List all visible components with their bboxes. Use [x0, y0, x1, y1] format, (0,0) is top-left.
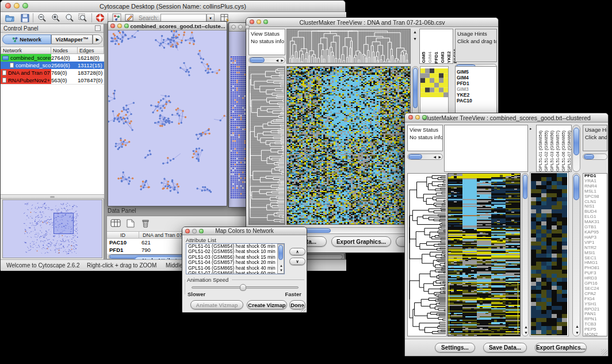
attribute-select-table-icon[interactable]	[110, 218, 121, 228]
delete-attribute-trash-icon[interactable]	[140, 218, 151, 228]
scrollbar-thumb[interactable]	[573, 175, 579, 200]
zoom-button[interactable]	[22, 3, 28, 9]
scroll-up-icon[interactable]: ▲	[524, 325, 528, 329]
treeview2-titlebar[interactable]: ClusterMaker TreeView : combined_scores_…	[405, 113, 608, 122]
zoom-heatmap-canvas[interactable]	[420, 68, 448, 97]
resize-grip[interactable]	[601, 349, 607, 355]
view-status-scrollbar[interactable]: ◀ ▶	[407, 154, 443, 160]
row-dendrogram[interactable]	[248, 66, 285, 225]
column-dendrogram[interactable]	[444, 125, 528, 172]
animate-vizmap-button[interactable]: Animate Vizmap	[190, 300, 243, 309]
zoom-out-icon[interactable]	[36, 13, 48, 23]
close-button[interactable]	[185, 229, 190, 233]
scroll-up-icon[interactable]: ▲	[575, 325, 579, 328]
scrollbar-thumb[interactable]	[573, 128, 579, 155]
move-up-button[interactable]: ∧	[289, 248, 305, 255]
resize-grip[interactable]	[300, 305, 306, 312]
scroll-left-icon[interactable]: ◀	[433, 155, 436, 159]
zoom-button[interactable]	[422, 115, 427, 120]
heatmap-main-view[interactable]	[286, 66, 411, 225]
close-button[interactable]	[408, 115, 413, 120]
heatmap-main-view[interactable]	[447, 173, 521, 336]
scroll-down-icon[interactable]: ▼	[575, 331, 579, 335]
zoom-button[interactable]	[124, 24, 129, 28]
zoom-selected-icon[interactable]	[77, 13, 89, 23]
scrollbar-thumb[interactable]	[278, 245, 283, 260]
network-table-row[interactable]: combined_sco2569(6)13112(15)	[1, 62, 104, 69]
view-status-panel: View Status No status info f	[248, 29, 285, 55]
help-lifesaver-icon[interactable]	[94, 13, 106, 23]
column-header-id[interactable]: ID	[107, 231, 139, 239]
birdseye-canvas[interactable]	[3, 200, 102, 258]
scroll-right-icon[interactable]: ▶	[438, 155, 441, 159]
gene-label[interactable]: MON2	[583, 332, 607, 336]
row-dendrogram[interactable]	[407, 173, 447, 336]
close-button[interactable]	[250, 20, 254, 24]
tab-network[interactable]: Network	[2, 35, 51, 44]
new-attribute-icon[interactable]	[125, 218, 136, 228]
minimize-button[interactable]	[415, 115, 420, 120]
minimize-button[interactable]	[238, 25, 243, 29]
scrollbar-thumb[interactable]	[523, 175, 527, 199]
save-icon[interactable]	[19, 13, 30, 23]
scroll-up-icon[interactable]: ▲	[280, 264, 283, 267]
open-file-icon[interactable]	[4, 13, 16, 23]
scrollbar-thumb[interactable]	[413, 68, 418, 108]
minimize-button[interactable]	[117, 24, 122, 28]
save-data-button[interactable]: Save Data...	[483, 343, 527, 352]
scrollbar-thumb[interactable]	[250, 58, 265, 63]
float-panel-icon[interactable]	[95, 25, 101, 31]
desktop: Cytoscape Desktop (Session Name: collins…	[0, 0, 612, 364]
scrollbar-thumb[interactable]	[584, 154, 594, 159]
main-titlebar[interactable]: Cytoscape Desktop (Session Name: collins…	[1, 1, 345, 12]
zoom-heatmap-panel[interactable]	[530, 172, 569, 336]
settings-button[interactable]: Settings...	[435, 343, 475, 352]
zoom-button[interactable]	[263, 20, 268, 24]
create-vizmap-button[interactable]: Create Vizmap	[247, 300, 287, 309]
gene-list-vscrollbar[interactable]: ▲ ▼	[572, 173, 580, 336]
column-header-network[interactable]: Network	[1, 47, 51, 54]
network-table-row[interactable]: DNA and Tran 07769(0)183728(0)	[1, 69, 104, 76]
zoom-fit-icon[interactable]	[64, 13, 75, 23]
scroll-down-icon[interactable]: ▼	[280, 269, 283, 272]
column-labels-vscrollbar[interactable]	[572, 125, 580, 172]
scroll-down-icon[interactable]: ▼	[524, 331, 528, 335]
dialog-titlebar[interactable]: Map Colors to Network	[182, 227, 307, 235]
close-button[interactable]	[110, 24, 115, 28]
export-graphics-button[interactable]: Export Graphics...	[331, 236, 391, 247]
column-dendrogram[interactable]	[286, 29, 411, 64]
view-status-scrollbar[interactable]: ◀ ▶	[248, 57, 285, 63]
minimize-button[interactable]	[14, 3, 20, 9]
network-table-row[interactable]: RNAPuberNov2+563(0)107847(0)	[1, 76, 104, 84]
network1-titlebar[interactable]: combined_scores_good.txt--cluste...	[108, 22, 227, 30]
scrollbar-thumb[interactable]	[408, 154, 422, 159]
scroll-right-icon[interactable]: ▸	[530, 127, 532, 131]
scroll-left-icon[interactable]: ◀	[276, 59, 278, 62]
close-button[interactable]	[5, 3, 11, 9]
network1-canvas[interactable]	[108, 30, 227, 206]
heatmap-vscrollbar[interactable]: ▲ ▼	[522, 173, 529, 336]
move-down-button[interactable]: ∨	[289, 258, 305, 265]
column-header-edges[interactable]: Edges	[78, 47, 104, 54]
export-graphics-button[interactable]: Export Graphics...	[535, 343, 587, 352]
minimize-button[interactable]	[257, 20, 261, 24]
column-header-nodes[interactable]: Nodes	[51, 47, 78, 54]
zoom-in-icon[interactable]	[50, 13, 62, 23]
network-table-row[interactable]: combined_scores_2764(0)16218(0)	[1, 54, 104, 62]
panel-splitter-handle[interactable]	[1, 194, 104, 199]
attribute-item[interactable]: GPL51-07 (GSM868) heat shock 60 min	[186, 271, 284, 274]
birdseye-view[interactable]	[2, 200, 102, 258]
treeview1-titlebar[interactable]: ClusterMaker TreeView : DNA and Tran 07-…	[246, 18, 498, 27]
scroll-down-icon[interactable]: ▼	[413, 37, 417, 41]
usage-hints-scrollbar[interactable]	[583, 154, 607, 160]
zoom-button[interactable]	[199, 229, 204, 233]
zoom-heatmap-canvas[interactable]	[531, 173, 567, 335]
close-button[interactable]	[231, 25, 236, 29]
tab-overflow[interactable]: ▶	[93, 35, 102, 44]
animation-speed-slider-thumb[interactable]	[240, 284, 246, 291]
scroll-up-icon[interactable]: ▲	[413, 30, 417, 34]
minimize-button[interactable]	[192, 229, 197, 233]
tab-vizmapper[interactable]: VizMapper™	[51, 35, 93, 44]
attribute-list-vscrollbar[interactable]: ▲ ▼	[277, 244, 284, 274]
scroll-right-icon[interactable]: ▶	[281, 59, 284, 62]
